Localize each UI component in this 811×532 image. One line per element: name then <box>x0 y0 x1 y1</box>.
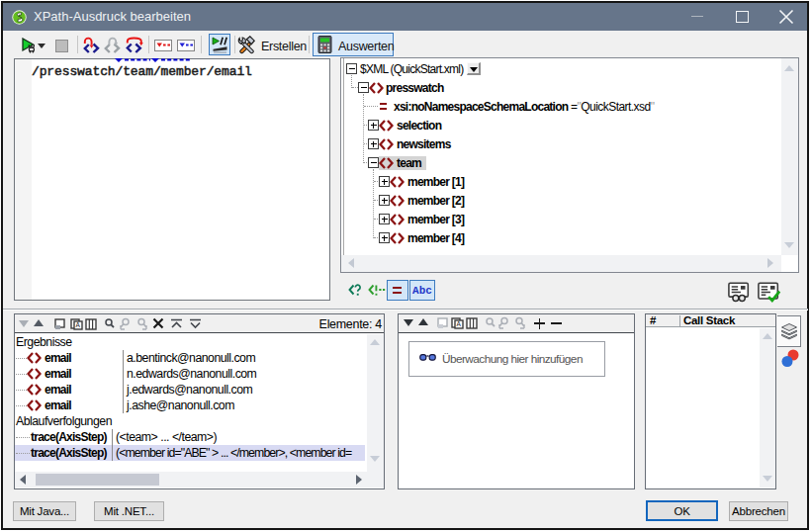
svg-text:A: A <box>457 320 462 327</box>
svg-text:A: A <box>76 321 81 328</box>
